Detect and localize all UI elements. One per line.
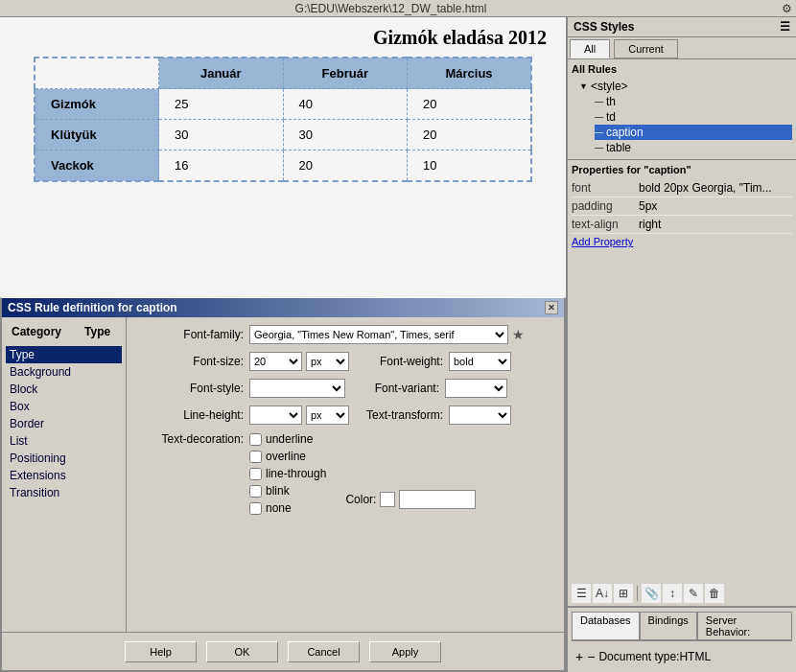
overline-label: overline xyxy=(266,450,306,463)
font-variant-select[interactable]: small-caps normal xyxy=(445,379,507,398)
css-panel-menu-icon[interactable]: ☰ xyxy=(780,20,790,34)
rule-td[interactable]: — td xyxy=(595,109,792,125)
text-transform-select[interactable]: uppercase lowercase capitalize xyxy=(449,406,511,425)
plus-icon[interactable]: + xyxy=(575,649,583,664)
font-size-select[interactable]: 20 xyxy=(249,352,302,371)
rule-th[interactable]: — th xyxy=(595,94,792,109)
category-item-block[interactable]: Block xyxy=(6,381,122,398)
line-through-label: line-through xyxy=(266,467,326,480)
property-name: text-align xyxy=(572,218,639,231)
table-body: JanuárFebruárMárciusGizmók254020Klütyük3… xyxy=(35,58,531,181)
none-row: none xyxy=(249,501,326,515)
color-swatch[interactable] xyxy=(380,492,395,507)
font-style-label: Font-style: xyxy=(138,382,244,395)
property-value[interactable]: 5px xyxy=(639,199,792,213)
font-family-select[interactable]: Georgia, "Times New Roman", Times, serif xyxy=(249,325,508,344)
font-weight-select[interactable]: bold normal lighter bolder xyxy=(449,352,511,371)
text-decoration-section: Text-decoration: underline overline xyxy=(138,432,552,519)
rule-table[interactable]: — table xyxy=(595,140,792,155)
font-weight-label: Font-weight: xyxy=(357,355,443,368)
tab-server-behaviors[interactable]: Server Behavior: xyxy=(697,612,792,640)
list-view-icon[interactable]: ☰ xyxy=(572,584,591,603)
attach-icon[interactable]: 📎 xyxy=(642,584,661,603)
text-transform-label: Text-transform: xyxy=(357,408,443,422)
table-cell: 40 xyxy=(283,89,408,120)
filter-icon[interactable]: ⊞ xyxy=(614,584,633,603)
underline-checkbox[interactable] xyxy=(249,433,262,446)
blink-label: blink xyxy=(266,484,290,498)
font-style-select[interactable]: italic oblique normal xyxy=(249,379,345,398)
tree-dash-icon-2: — xyxy=(595,112,603,122)
all-rules-label: All Rules xyxy=(572,63,792,75)
none-label: none xyxy=(266,501,292,515)
css-panel-tabs: All Current xyxy=(568,37,796,59)
type-panel: Font-family: Georgia, "Times New Roman",… xyxy=(127,317,564,670)
font-size-controls: 20 px em % xyxy=(249,352,349,371)
css-styles-titlebar: CSS Styles ☰ xyxy=(568,17,796,37)
category-panel: Category Type TypeBackgroundBlockBoxBord… xyxy=(2,317,127,670)
line-through-checkbox[interactable] xyxy=(249,468,262,480)
all-rules-section: All Rules ▼ <style> — th — td — xyxy=(568,59,796,160)
font-size-unit-select[interactable]: px em % xyxy=(306,352,349,371)
category-item-type[interactable]: Type xyxy=(6,346,122,363)
document-type-label: Document type:HTML xyxy=(598,650,711,663)
add-property-link[interactable]: Add Property xyxy=(572,234,792,249)
underline-label: underline xyxy=(266,432,313,446)
category-item-extensions[interactable]: Extensions xyxy=(6,467,122,484)
css-styles-title: CSS Styles xyxy=(574,20,634,34)
table-cell: 10 xyxy=(408,151,532,182)
table-cell: Vackok xyxy=(35,151,159,182)
property-value[interactable]: right xyxy=(639,218,792,231)
document-type: + − Document type:HTML xyxy=(572,645,792,668)
cancel-button[interactable]: Cancel xyxy=(288,641,360,662)
line-through-row: line-through xyxy=(249,467,326,480)
tab-all[interactable]: All xyxy=(570,39,610,58)
property-row: padding5px xyxy=(572,197,792,216)
tab-current[interactable]: Current xyxy=(614,39,678,58)
dialog-title: CSS Rule definition for caption xyxy=(8,301,177,314)
delete-icon[interactable]: 🗑 xyxy=(705,584,724,603)
rule-caption[interactable]: — caption xyxy=(595,125,792,140)
tab-databases[interactable]: Databases xyxy=(572,612,640,640)
az-sort-icon[interactable]: A↓ xyxy=(593,584,612,603)
none-checkbox[interactable] xyxy=(249,502,262,515)
line-height-select[interactable] xyxy=(249,406,302,425)
category-item-box[interactable]: Box xyxy=(6,398,122,415)
category-item-border[interactable]: Border xyxy=(6,415,122,432)
category-item-background[interactable]: Background xyxy=(6,363,122,381)
tab-bindings[interactable]: Bindings xyxy=(640,612,697,640)
apply-button[interactable]: Apply xyxy=(369,641,441,662)
dialog-titlebar: CSS Rule definition for caption ✕ xyxy=(2,298,564,317)
color-input[interactable] xyxy=(399,490,476,509)
color-label: Color: xyxy=(345,493,376,506)
property-value[interactable]: bold 20px Georgia, "Tim... xyxy=(639,181,792,195)
ok-button[interactable]: OK xyxy=(206,641,278,662)
table-title: Gizmók eladása 2012 xyxy=(10,27,556,49)
tree-dash-icon-4: — xyxy=(595,143,603,152)
decoration-checkboxes: underline overline line-through xyxy=(249,432,326,519)
font-family-star-icon[interactable]: ★ xyxy=(512,327,525,342)
rule-th-label: th xyxy=(606,95,616,108)
minus-icon[interactable]: − xyxy=(587,649,595,664)
type-header: Type xyxy=(82,323,112,340)
table-cell: 25 xyxy=(159,89,284,120)
font-size-label: Font-size: xyxy=(138,355,244,368)
dialog-close-button[interactable]: ✕ xyxy=(545,301,558,314)
rule-td-label: td xyxy=(606,110,616,124)
move-icon[interactable]: ↕ xyxy=(663,584,682,603)
rule-style-root[interactable]: ▼ <style> xyxy=(579,79,792,94)
overline-checkbox[interactable] xyxy=(249,451,262,463)
category-item-list[interactable]: List xyxy=(6,432,122,450)
dialog-buttons: Help OK Cancel Apply xyxy=(2,632,564,670)
left-panel: Gizmók eladása 2012 JanuárFebruárMárcius… xyxy=(0,17,566,672)
edit-icon[interactable]: ✎ xyxy=(684,584,703,603)
line-height-row: Line-height: px em % Text-transform: xyxy=(138,406,552,425)
category-item-transition[interactable]: Transition xyxy=(6,484,122,501)
blink-checkbox[interactable] xyxy=(249,485,262,498)
tree-dash-icon-3: — xyxy=(595,127,603,137)
help-button[interactable]: Help xyxy=(125,641,197,662)
category-item-positioning[interactable]: Positioning xyxy=(6,450,122,467)
settings-icon[interactable]: ⚙ xyxy=(782,2,792,15)
table-cell: 30 xyxy=(283,120,408,151)
line-height-unit-select[interactable]: px em % xyxy=(306,406,349,425)
